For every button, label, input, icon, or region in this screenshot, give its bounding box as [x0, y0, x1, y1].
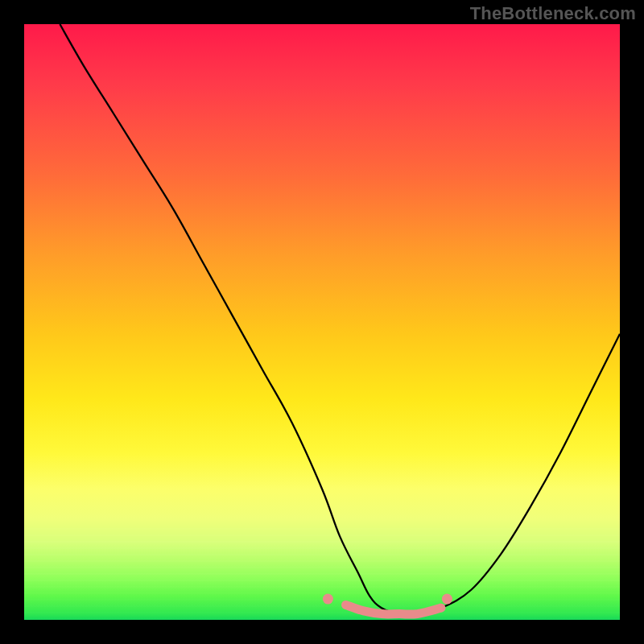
valley-end-dot-right	[442, 594, 452, 605]
plot-inner	[24, 24, 620, 620]
valley-highlight-path	[346, 605, 441, 615]
bottleneck-curve-path	[60, 24, 620, 615]
chart-frame: TheBottleneck.com	[0, 0, 644, 644]
curve-svg	[24, 24, 620, 620]
valley-end-dot-left	[323, 594, 333, 605]
plot-area	[24, 24, 620, 620]
watermark-text: TheBottleneck.com	[470, 3, 636, 24]
